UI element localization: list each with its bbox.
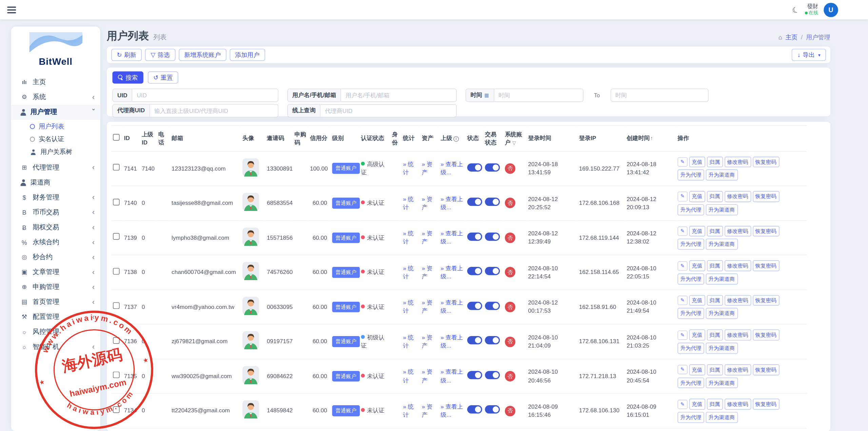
assets-link[interactable]: 资产	[422, 161, 432, 176]
status-toggle[interactable]	[467, 198, 482, 206]
status-toggle[interactable]	[467, 336, 482, 345]
change-password-button[interactable]: 修改密码	[724, 226, 751, 237]
trade-status-toggle[interactable]	[485, 267, 500, 275]
edit-icon[interactable]: ✎	[677, 296, 687, 305]
stats-link[interactable]: 统计	[403, 195, 414, 210]
promote-agent-button[interactable]: 升为代理	[677, 273, 704, 284]
sort-asc-icon[interactable]: ↑	[650, 135, 653, 141]
reset-button[interactable]: ↺重置	[148, 72, 178, 84]
stats-link[interactable]: 统计	[403, 368, 414, 383]
hamburger-menu-icon[interactable]	[7, 7, 16, 14]
sidebar-item-user-management[interactable]: 用户管理ˇ	[11, 105, 100, 120]
status-toggle[interactable]	[467, 163, 482, 171]
view-parent-link[interactable]: 查看上级...	[441, 403, 463, 418]
sidebar-item-agent-management[interactable]: ⊞代理管理‹	[11, 160, 100, 175]
promote-channel-button[interactable]: 升为渠道商	[706, 239, 738, 250]
trade-status-toggle[interactable]	[485, 406, 500, 414]
assets-link[interactable]: 资产	[422, 334, 432, 349]
uid-input[interactable]	[132, 89, 278, 101]
edit-icon[interactable]: ✎	[677, 192, 687, 201]
recharge-button[interactable]: 充值	[689, 226, 705, 237]
sidebar-item-user-relation-tree[interactable]: 用户关系树	[11, 145, 100, 158]
sidebar-item-system[interactable]: ⚙系统‹	[11, 90, 100, 104]
recharge-button[interactable]: 充值	[689, 330, 705, 340]
recharge-button[interactable]: 充值	[689, 191, 705, 202]
select-all-checkbox[interactable]	[113, 134, 120, 141]
status-toggle[interactable]	[467, 406, 482, 414]
restore-password-button[interactable]: 恢复密码	[753, 191, 779, 202]
sidebar-item-smart-miner[interactable]: ○智能矿机‹	[11, 339, 100, 354]
user-avatar-topbar[interactable]: U	[824, 2, 838, 17]
promote-channel-button[interactable]: 升为渠道商	[706, 170, 738, 180]
edit-icon[interactable]: ✎	[677, 227, 687, 236]
change-password-button[interactable]: 修改密码	[724, 364, 751, 375]
promote-channel-button[interactable]: 升为渠道商	[706, 412, 738, 423]
add-system-account-button[interactable]: 新增系统账户	[179, 49, 226, 61]
agent-uid-input[interactable]	[150, 105, 278, 117]
user-filter-input[interactable]	[341, 89, 456, 101]
ownership-button[interactable]: 归属	[707, 330, 723, 340]
row-checkbox[interactable]	[113, 337, 120, 344]
assets-link[interactable]: 资产	[422, 368, 432, 383]
trade-status-toggle[interactable]	[485, 232, 500, 240]
sidebar-item-homepage-management[interactable]: ▤首页管理‹	[11, 295, 100, 310]
edit-icon[interactable]: ✎	[677, 399, 687, 409]
view-parent-link[interactable]: 查看上级...	[441, 299, 463, 314]
restore-password-button[interactable]: 恢复密码	[753, 226, 779, 237]
promote-channel-button[interactable]: 升为渠道商	[706, 377, 738, 388]
view-parent-link[interactable]: 查看上级...	[441, 195, 463, 210]
trade-status-toggle[interactable]	[485, 163, 500, 171]
row-checkbox[interactable]	[113, 268, 120, 275]
sidebar-item-second-contract[interactable]: ◎秒合约‹	[11, 250, 100, 265]
trade-status-toggle[interactable]	[485, 371, 500, 379]
sidebar-item-subscription-management[interactable]: ⊕申购管理‹	[11, 279, 100, 294]
restore-password-button[interactable]: 恢复密码	[753, 364, 779, 375]
assets-link[interactable]: 资产	[422, 299, 432, 314]
edit-icon[interactable]: ✎	[677, 330, 687, 340]
search-button[interactable]: 搜索	[112, 72, 143, 84]
promote-channel-button[interactable]: 升为渠道商	[706, 273, 738, 284]
recharge-button[interactable]: 充值	[689, 156, 705, 167]
sidebar-item-user-list[interactable]: 用户列表	[11, 120, 100, 133]
promote-agent-button[interactable]: 升为代理	[677, 170, 704, 180]
edit-icon[interactable]: ✎	[677, 261, 687, 271]
status-toggle[interactable]	[467, 232, 482, 240]
change-password-button[interactable]: 修改密码	[724, 330, 751, 340]
ownership-button[interactable]: 归属	[707, 399, 723, 410]
promote-agent-button[interactable]: 升为代理	[677, 308, 704, 319]
promote-agent-button[interactable]: 升为代理	[677, 377, 704, 388]
change-password-button[interactable]: 修改密码	[724, 399, 751, 410]
promote-agent-button[interactable]: 升为代理	[677, 343, 704, 354]
restore-password-button[interactable]: 恢复密码	[753, 399, 779, 410]
view-parent-link[interactable]: 查看上级...	[441, 161, 463, 176]
status-toggle[interactable]	[467, 302, 482, 310]
recharge-button[interactable]: 充值	[689, 295, 705, 306]
online-query-input[interactable]	[320, 105, 456, 117]
restore-password-button[interactable]: 恢复密码	[753, 156, 779, 167]
change-password-button[interactable]: 修改密码	[724, 191, 751, 202]
change-password-button[interactable]: 修改密码	[724, 295, 751, 306]
edit-icon[interactable]: ✎	[677, 365, 687, 374]
view-parent-link[interactable]: 查看上级...	[441, 230, 463, 245]
refresh-button[interactable]: ↻刷新	[111, 49, 142, 61]
restore-password-button[interactable]: 恢复密码	[753, 295, 779, 306]
status-toggle[interactable]	[467, 267, 482, 275]
ownership-button[interactable]: 归属	[707, 260, 723, 271]
sidebar-item-options-trading[interactable]: Ƀ期权交易‹	[11, 220, 100, 235]
promote-agent-button[interactable]: 升为代理	[677, 239, 704, 250]
dark-mode-icon[interactable]: ☾	[791, 4, 801, 15]
recharge-button[interactable]: 充值	[689, 399, 705, 410]
sidebar-item-config-management[interactable]: ⚒配置管理‹	[11, 310, 100, 325]
assets-link[interactable]: 资产	[422, 403, 432, 418]
view-parent-link[interactable]: 查看上级...	[441, 334, 463, 349]
sidebar-item-risk-management[interactable]: ○风控管理	[11, 325, 100, 339]
ownership-button[interactable]: 归属	[707, 156, 723, 167]
stats-link[interactable]: 统计	[403, 299, 414, 314]
promote-channel-button[interactable]: 升为渠道商	[706, 343, 738, 354]
promote-agent-button[interactable]: 升为代理	[677, 412, 704, 423]
row-checkbox[interactable]	[113, 233, 120, 240]
change-password-button[interactable]: 修改密码	[724, 156, 751, 167]
promote-channel-button[interactable]: 升为渠道商	[706, 204, 738, 215]
restore-password-button[interactable]: 恢复密码	[753, 330, 779, 340]
filter-button[interactable]: ▽筛选	[145, 49, 175, 61]
